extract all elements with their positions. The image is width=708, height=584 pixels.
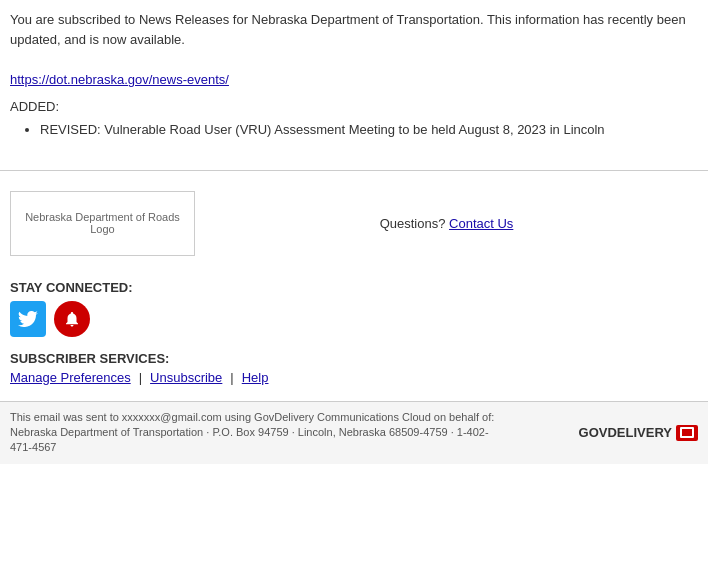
news-events-link[interactable]: https://dot.nebraska.gov/news-events/	[10, 72, 229, 87]
subscriber-services-section: SUBSCRIBER SERVICES: Manage Preferences …	[10, 351, 698, 385]
questions-area: Questions? Contact Us	[195, 216, 698, 231]
govdelivery-text: GOVDELIVERY	[579, 425, 672, 440]
organization-logo: Nebraska Department of Roads Logo	[10, 191, 195, 256]
subscriber-services-label: SUBSCRIBER SERVICES:	[10, 351, 698, 366]
list-item: REVISED: Vulnerable Road User (VRU) Asse…	[40, 120, 698, 140]
intro-paragraph: You are subscribed to News Releases for …	[10, 10, 698, 49]
twitter-icon[interactable]	[10, 301, 46, 337]
added-label: ADDED:	[10, 99, 698, 114]
help-link[interactable]: Help	[242, 370, 269, 385]
email-footer: This email was sent to xxxxxxx@gmail.com…	[0, 401, 708, 464]
govdelivery-logo: GOVDELIVERY	[579, 425, 698, 441]
footer-text: This email was sent to xxxxxxx@gmail.com…	[10, 410, 510, 456]
separator-1: |	[135, 370, 146, 385]
questions-text: Questions?	[380, 216, 446, 231]
subscriber-links-row: Manage Preferences | Unsubscribe | Help	[10, 370, 698, 385]
social-icons-row	[10, 301, 698, 337]
envelope-icon	[676, 425, 698, 441]
manage-preferences-link[interactable]: Manage Preferences	[10, 370, 131, 385]
stay-connected-label: STAY CONNECTED:	[10, 280, 698, 295]
contact-us-link[interactable]: Contact Us	[449, 216, 513, 231]
added-items-list: REVISED: Vulnerable Road User (VRU) Asse…	[40, 120, 698, 140]
section-divider	[0, 170, 708, 171]
notification-bell-icon[interactable]	[54, 301, 90, 337]
separator-2: |	[226, 370, 237, 385]
unsubscribe-link[interactable]: Unsubscribe	[150, 370, 222, 385]
footer-top-row: Nebraska Department of Roads Logo Questi…	[10, 181, 698, 266]
